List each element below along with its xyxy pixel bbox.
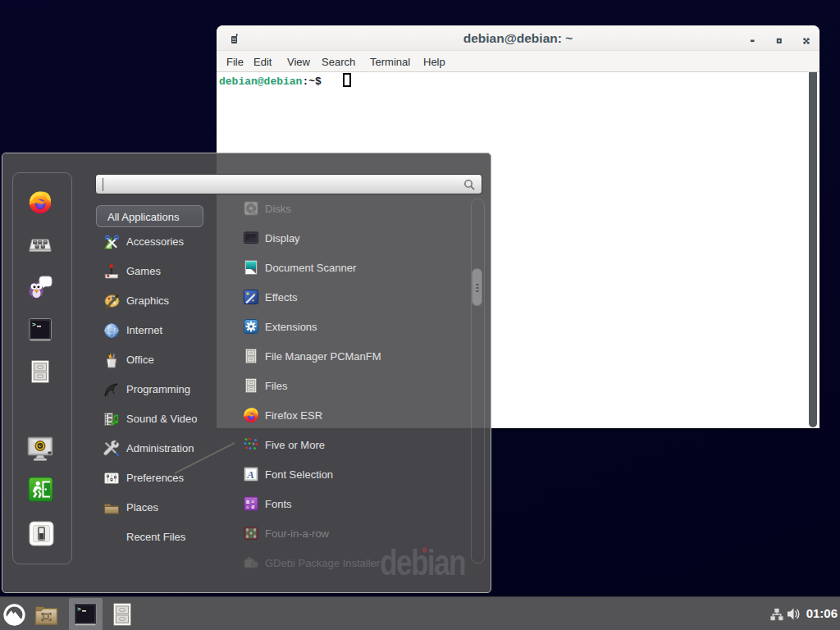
svg-text:>: > — [32, 321, 36, 328]
svg-text:>: > — [77, 605, 81, 613]
svg-text:a: a — [252, 503, 255, 510]
svg-text:A: A — [246, 468, 254, 481]
